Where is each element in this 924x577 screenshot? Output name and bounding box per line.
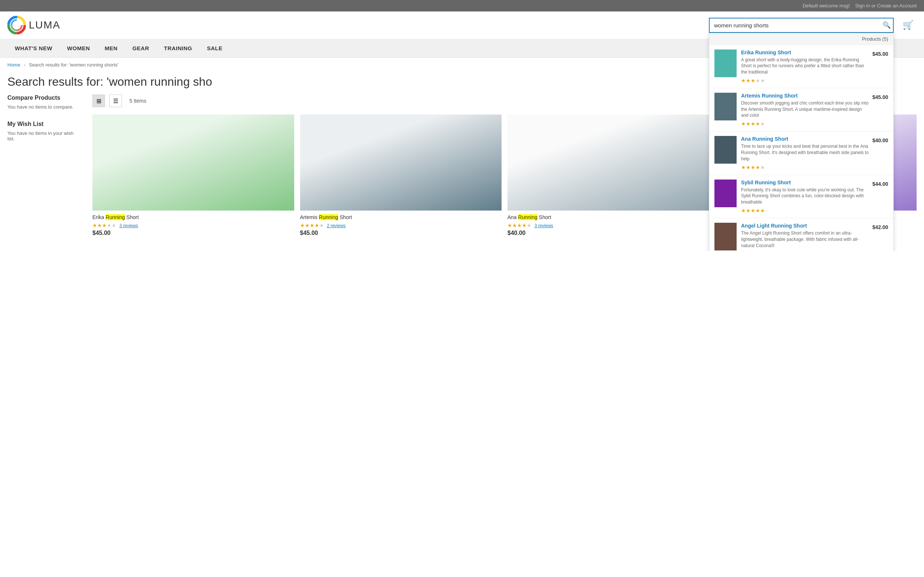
nav-link-sale[interactable]: Sale xyxy=(200,39,230,57)
compare-title: Compare Products xyxy=(7,95,81,101)
product-image xyxy=(300,114,502,211)
product-price: $40.00 xyxy=(507,230,709,237)
logo[interactable]: LUMA xyxy=(7,16,61,34)
compare-section: Compare Products You have no items to co… xyxy=(7,95,81,110)
product-name: Erika Running Short xyxy=(92,214,294,220)
cart-button[interactable]: 🛒 xyxy=(900,18,917,32)
nav-link-gear[interactable]: Gear xyxy=(125,39,156,57)
product-thumbnail xyxy=(714,50,737,77)
product-card: Ana Running Short ★★★★★ 3 reviews $40.00 xyxy=(507,114,709,237)
product-name-prefix: Erika xyxy=(92,214,106,220)
product-title: Sybil Running Short xyxy=(741,179,869,185)
product-name-suffix: Short xyxy=(125,214,139,220)
product-thumbnail xyxy=(714,223,737,250)
product-description: A great short with a body-hugging design… xyxy=(741,57,869,75)
cart-icon: 🛒 xyxy=(903,20,914,30)
dropdown-item[interactable]: Ana Running Short Time to lace up your k… xyxy=(709,132,893,175)
product-info: Angel Light Running Short The Angel Ligh… xyxy=(741,223,869,251)
signin-link[interactable]: Sign In xyxy=(855,3,870,8)
grid-icon: ⊞ xyxy=(97,98,101,105)
compare-text: You have no items to compare. xyxy=(7,104,81,110)
product-title: Ana Running Short xyxy=(741,136,869,142)
or-text: or xyxy=(872,3,876,8)
search-input[interactable] xyxy=(709,18,894,33)
product-price: $40.00 xyxy=(872,136,888,143)
product-image xyxy=(507,114,709,211)
product-reviews-link[interactable]: 2 reviews xyxy=(327,223,346,228)
highlighted-text: Running xyxy=(106,214,125,220)
product-name-prefix: Artemis xyxy=(300,214,319,220)
product-info: Erika Running Short A great short with a… xyxy=(741,50,869,84)
nav-item-sale: Sale xyxy=(200,39,230,57)
dropdown-item[interactable]: Angel Light Running Short The Angel Ligh… xyxy=(709,218,893,251)
product-price: $45.00 xyxy=(300,230,502,237)
product-stars: ★★★★★ xyxy=(300,223,324,228)
product-title: Angel Light Running Short xyxy=(741,223,869,229)
product-card: Artemis Running Short ★★★★★ 2 reviews $4… xyxy=(300,114,502,237)
product-price: $42.00 xyxy=(872,223,888,230)
product-reviews-link[interactable]: 3 reviews xyxy=(120,223,138,228)
product-thumbnail xyxy=(714,179,737,207)
nav-item-men: Men xyxy=(97,39,125,57)
wishlist-section: My Wish List You have no items in your w… xyxy=(7,121,81,142)
product-info: Artemis Running Short Discover smooth jo… xyxy=(741,93,869,127)
breadcrumb-home[interactable]: Home xyxy=(7,62,20,68)
breadcrumb-current: Search results for: 'women running short… xyxy=(29,62,118,68)
dropdown-item[interactable]: Sybil Running Short Fortunately, it's ok… xyxy=(709,175,893,218)
product-description: Discover smooth jogging and chic comfort… xyxy=(741,100,869,119)
wishlist-title: My Wish List xyxy=(7,121,81,127)
product-rating-row: ★★★★★ 3 reviews xyxy=(92,222,294,228)
dropdown-item[interactable]: Erika Running Short A great short with a… xyxy=(709,45,893,88)
product-title: Erika Running Short xyxy=(741,50,869,55)
product-title: Artemis Running Short xyxy=(741,93,869,98)
product-name: Artemis Running Short xyxy=(300,214,502,220)
create-account-link[interactable]: Create an Account xyxy=(877,3,917,8)
product-reviews-link[interactable]: 3 reviews xyxy=(535,223,553,228)
product-price: $45.00 xyxy=(92,230,294,237)
nav-item-training: Training xyxy=(156,39,200,57)
header: LUMA 🔍 Products (5) Erika Running Short … xyxy=(0,11,924,39)
dropdown-item[interactable]: Artemis Running Short Discover smooth jo… xyxy=(709,88,893,132)
welcome-message: Default welcome msg! xyxy=(803,3,850,8)
search-dropdown: Products (5) Erika Running Short A great… xyxy=(709,33,894,251)
logo-icon xyxy=(7,16,26,34)
items-count: 5 Items xyxy=(129,98,146,104)
dropdown-header: Products (5) xyxy=(709,33,893,45)
product-rating-row: ★★★★★ 2 reviews xyxy=(300,222,502,228)
product-info: Ana Running Short Time to lace up your k… xyxy=(741,136,869,170)
grid-view-button[interactable]: ⊞ xyxy=(92,95,105,107)
product-name: Ana Running Short xyxy=(507,214,709,220)
list-view-button[interactable]: ☰ xyxy=(110,95,122,107)
list-icon: ☰ xyxy=(113,98,118,105)
product-price: $45.00 xyxy=(872,93,888,100)
product-info: Sybil Running Short Fortunately, it's ok… xyxy=(741,179,869,213)
product-description: The Angel Light Running Short offers com… xyxy=(741,230,869,248)
product-name-suffix: Short xyxy=(338,214,352,220)
nav-link-women[interactable]: Women xyxy=(60,39,98,57)
product-stars: ★★★★★ xyxy=(92,223,116,228)
nav-item-gear: Gear xyxy=(125,39,156,57)
highlighted-text: Running xyxy=(319,214,338,220)
highlighted-text: Running xyxy=(518,214,537,220)
breadcrumb-separator: › xyxy=(24,62,25,68)
product-price: $45.00 xyxy=(872,50,888,57)
product-thumbnail xyxy=(714,93,737,121)
logo-text: LUMA xyxy=(29,19,61,31)
nav-link-training[interactable]: Training xyxy=(156,39,200,57)
nav-link-what's-new[interactable]: What's New xyxy=(7,39,60,57)
search-button[interactable]: 🔍 xyxy=(883,21,891,29)
product-name-prefix: Ana xyxy=(507,214,518,220)
sidebar: Compare Products You have no items to co… xyxy=(7,95,81,237)
product-price: $44.00 xyxy=(872,179,888,187)
nav-item-what's-new: What's New xyxy=(7,39,60,57)
search-icon: 🔍 xyxy=(883,21,891,29)
product-rating-row: ★★★★★ 3 reviews xyxy=(507,222,709,228)
nav-link-men[interactable]: Men xyxy=(97,39,125,57)
product-thumbnail xyxy=(714,136,737,164)
product-image xyxy=(92,114,294,211)
top-bar: Default welcome msg! Sign In or Create a… xyxy=(0,0,924,11)
wishlist-text: You have no items in your wish list. xyxy=(7,131,81,142)
product-stars: ★★★★★ xyxy=(507,223,531,228)
product-description: Time to lace up your kicks and beat that… xyxy=(741,143,869,162)
search-wrapper: 🔍 Products (5) Erika Running Short A gre… xyxy=(709,18,894,33)
